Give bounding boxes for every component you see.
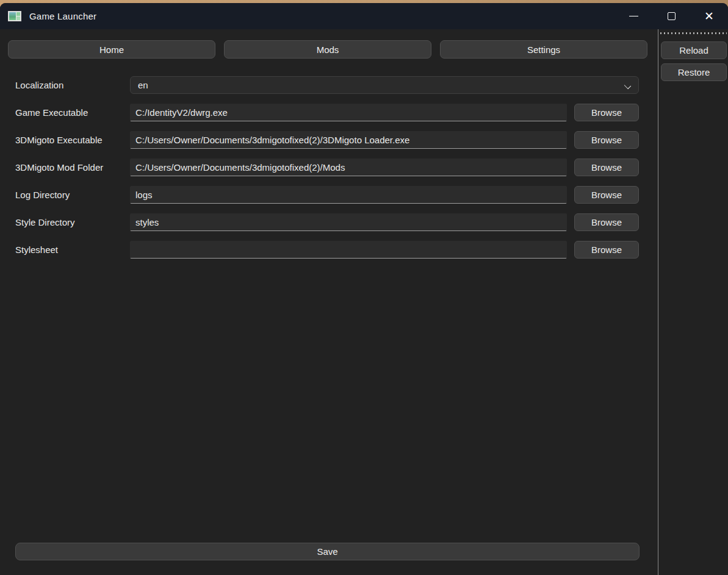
main-area: Home Mods Settings Localization en Game … — [0, 29, 728, 575]
field-label: 3DMigoto Executable — [15, 135, 130, 145]
form-row: 3DMigoto Mod Folder Browse — [0, 159, 658, 176]
form-row: Game Executable Browse — [0, 104, 658, 121]
app-icon-picture — [9, 12, 16, 20]
save-button[interactable]: Save — [15, 543, 640, 560]
settings-form: Localization en Game Executable Browse 3… — [0, 76, 658, 268]
localization-select[interactable]: en — [130, 76, 639, 94]
field-label: Style Directory — [15, 217, 130, 227]
tab-settings[interactable]: Settings — [440, 40, 647, 59]
close-icon: ✕ — [704, 10, 714, 22]
field-input[interactable] — [130, 241, 567, 259]
app-icon — [8, 11, 21, 21]
field-input[interactable] — [130, 186, 567, 204]
titlebar: Game Launcher ✕ — [0, 3, 728, 29]
field-label: 3DMigoto Mod Folder — [15, 162, 130, 173]
tab-home[interactable]: Home — [8, 40, 215, 59]
browse-button[interactable]: Browse — [574, 241, 639, 259]
field-label: Localization — [15, 80, 130, 90]
restore-button[interactable]: Restore — [661, 63, 727, 81]
select-value: en — [138, 80, 148, 90]
window-title: Game Launcher — [29, 11, 96, 21]
tab-mods[interactable]: Mods — [224, 40, 431, 59]
app-window: Game Launcher ✕ Home Mods Settings Local… — [0, 3, 728, 575]
window-controls: ✕ — [614, 3, 728, 29]
field-input[interactable] — [130, 104, 567, 121]
field-input[interactable] — [130, 159, 567, 176]
browse-button[interactable]: Browse — [574, 104, 639, 121]
field-label: Log Directory — [15, 190, 130, 200]
settings-page: Home Mods Settings Localization en Game … — [0, 29, 658, 575]
field-input[interactable] — [130, 131, 567, 149]
field-input[interactable] — [130, 213, 567, 231]
minimize-icon — [629, 16, 638, 16]
form-row: Log Directory Browse — [0, 186, 658, 204]
form-row: Localization en — [0, 76, 658, 94]
field-label: Game Executable — [15, 107, 130, 118]
app-icon-detail — [16, 12, 20, 20]
maximize-button[interactable] — [652, 3, 690, 29]
browse-button[interactable]: Browse — [574, 186, 639, 204]
maximize-icon — [668, 12, 676, 20]
close-button[interactable]: ✕ — [690, 3, 728, 29]
minimize-button[interactable] — [614, 3, 652, 29]
dock-handle[interactable] — [660, 32, 727, 34]
form-row: Style Directory Browse — [0, 213, 658, 231]
chevron-down-icon — [625, 82, 631, 88]
browse-button[interactable]: Browse — [574, 213, 639, 231]
browse-button[interactable]: Browse — [574, 159, 639, 176]
browse-button[interactable]: Browse — [574, 131, 639, 149]
side-panel: Reload Restore — [658, 29, 728, 575]
form-row: 3DMigoto Executable Browse — [0, 131, 658, 149]
form-row: Stylesheet Browse — [0, 241, 658, 259]
field-label: Stylesheet — [15, 245, 130, 255]
reload-button[interactable]: Reload — [661, 41, 727, 59]
tab-bar: Home Mods Settings — [8, 40, 647, 59]
